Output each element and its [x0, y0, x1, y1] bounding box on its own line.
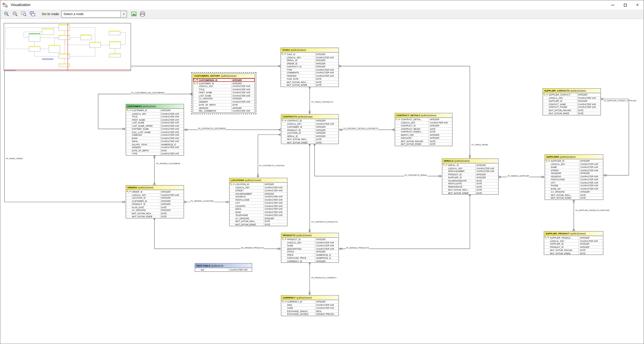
field-row[interactable]: LAST_NAME_UPPERCHARACTER VAR	[126, 124, 184, 127]
field-row[interactable]: ORDER_IDINTEGER	[281, 62, 339, 65]
table-node-supplier_contacts[interactable]: SUPPLIER_CONTACTS (public)(Subset)MSUPPL…	[543, 88, 601, 115]
field-row[interactable]: PLAN_DATEDATE	[126, 205, 184, 208]
field-row[interactable]: EMAILCHARACTER VAR	[230, 207, 287, 210]
field-row[interactable]: MUT_DATUM_INGA...DATE	[281, 80, 339, 83]
field-row[interactable]: LOGICAL_KEYCHARACTER VAR	[281, 56, 339, 59]
field-row[interactable]: PHONECHARACTER VAR	[545, 184, 603, 187]
field-row[interactable]: LOCATION_IDINTEGER	[281, 131, 338, 134]
field-row[interactable]: MCUSTOMER_IDINTEGER	[193, 81, 255, 84]
field-row[interactable]: INSTALLDATEDATE	[442, 182, 498, 185]
table-node-locations[interactable]: LOCATIONS (public)(Unused)MLOCATION_IDIN…	[229, 178, 288, 226]
field-row[interactable]: MUT_DATUM_INGA...DATE	[126, 212, 184, 215]
table-node-products[interactable]: PRODUCTS (public)(Subset)MPRODUCT_IDINTE…	[281, 233, 339, 263]
table-header[interactable]: SERIALS (public)(Subset)	[442, 159, 498, 163]
table-header[interactable]: CUSTOMERS_HISTORY (public)(Subset)	[193, 74, 255, 78]
field-row[interactable]: PRODUCT_IDINTEGER	[442, 173, 498, 176]
overview-toggle-button[interactable]	[28, 10, 36, 18]
maximize-button[interactable]	[619, 1, 631, 10]
field-row[interactable]: CUSTOMER_IDINTEGER	[126, 199, 184, 202]
field-row[interactable]: MSUPPLIER_IDINTEGER	[545, 159, 603, 162]
field-row[interactable]: FINISHEDCHARACTER VAR	[281, 74, 339, 77]
table-node-serials[interactable]: SERIALS (public)(Subset)MSERIAL_IDINTEGE…	[442, 158, 499, 195]
field-row[interactable]: MSERIAL_IDINTEGER	[442, 163, 498, 166]
field-row[interactable]: PRICENUMERIC(8, 2)	[281, 253, 338, 256]
field-row[interactable]: MCONTRACT_IDINTEGER	[281, 119, 338, 122]
field-row[interactable]: BANK_NOCHARACTER VAR	[545, 187, 603, 190]
field-row[interactable]: MLOCATION_IDINTEGER	[230, 183, 287, 186]
table-node-orders[interactable]: ORDERS (public)(Subset)MORDER_IDINTEGERL…	[126, 185, 184, 218]
field-row[interactable]: MTASK_IDINTEGER	[281, 53, 339, 56]
field-row[interactable]: COMPANYCHARACTER VAR	[126, 134, 184, 137]
field-row[interactable]: LOGICAL_KEYCHARACTER VAR	[442, 166, 498, 169]
relationship-line-fk_contracts_serial[interactable]	[315, 143, 442, 176]
field-row[interactable]: LAST_NAMECHARACTER VAR	[193, 94, 255, 97]
close-button[interactable]: ✕	[631, 1, 643, 10]
field-row[interactable]: REMOVEDATEDATE	[442, 185, 498, 188]
table-header[interactable]: CURRENCY (public)(Subset)	[281, 296, 338, 300]
field-row[interactable]: PURCHASE_PRICENUMERIC(8, 2)	[281, 256, 338, 259]
field-row[interactable]: LAST_NAMECHARACTER VAR	[126, 121, 184, 124]
field-row[interactable]: LOGICAL_KEYCHARACTER VAR	[126, 112, 184, 115]
table-node-customers[interactable]: CUSTOMERS (public)(Start)MCUSTOMER_IDINT…	[126, 104, 184, 155]
field-row[interactable]: HOUSENRINTEGER	[545, 171, 603, 175]
field-row[interactable]: BANKCHARACTER VAR	[230, 210, 287, 213]
field-row[interactable]: MUT_DATUM_INGANGDATE	[395, 139, 452, 142]
export-image-button[interactable]	[130, 10, 138, 18]
field-row[interactable]: CUSTOMER_IDINTEGER	[281, 125, 338, 128]
field-row[interactable]: MUT_DATUM_EINDEDATE	[545, 196, 603, 199]
node-select-combobox[interactable]: Select a node ▼	[61, 11, 127, 18]
field-row[interactable]: MUT_DATUM_EINDEDATE	[281, 83, 339, 86]
field-row[interactable]: LOGICAL_KEYCHARACTER VAR	[281, 122, 338, 125]
table-header[interactable]: PRODUCTS (public)(Subset)	[281, 233, 338, 238]
field-row[interactable]: DISCOUNTINTEGER	[395, 136, 452, 139]
zoom-selection-button[interactable]	[19, 10, 28, 18]
field-row[interactable]: MUT_DATUM_INGA...DATE	[545, 193, 603, 196]
field-row[interactable]: LOCATION_IDINTEGER	[126, 196, 184, 199]
field-row[interactable]: HOUSENUMBERINTEGER	[230, 192, 287, 195]
field-row[interactable]: LOGICAL_KEYCHARACTER VAR	[543, 96, 600, 99]
chevron-down-icon[interactable]: ▼	[120, 11, 127, 17]
field-row[interactable]: MUT_DATUM_INGANGDATE	[544, 248, 603, 251]
field-row[interactable]: CA_GROUPIDINTEGER	[193, 97, 255, 100]
field-row[interactable]: LOGICAL_KEYCHARACTER VAR	[230, 186, 287, 189]
field-row[interactable]: MORDER_IDINTEGER	[126, 190, 184, 193]
table-header[interactable]: LOCATIONS (public)(Unused)	[230, 178, 287, 183]
field-row[interactable]: CURRENCY_IDINTEGER	[281, 259, 338, 262]
table-header[interactable]: SUPPLIERS (public)(Subset)	[545, 155, 603, 159]
field-row[interactable]: LOGICAL_KEYCHARACTER VAR	[193, 84, 255, 88]
field-row[interactable]: SIGNCHARACTER VAR	[281, 303, 338, 306]
field-row[interactable]: SERIALNUMBERCHARACTER VAR	[442, 169, 498, 173]
field-row[interactable]: POSTALCODECHARACTER VAR	[230, 198, 287, 201]
field-row[interactable]: DESCRIPTIONCHARACTER VAR	[281, 247, 338, 250]
field-row[interactable]: STOCKINTEGER	[281, 250, 338, 253]
field-row[interactable]: PRODUCT_IDINTEGER	[126, 202, 184, 205]
field-row[interactable]: PRODUCT_IDINTEGER	[281, 128, 338, 131]
field-row[interactable]: NAMECHARACTER VAR	[545, 165, 603, 168]
field-row[interactable]: MUT_DATUM_EINDEDATE	[442, 191, 498, 194]
field-row[interactable]: MUT_DATUM_EINDEDATE	[543, 112, 600, 115]
field-row[interactable]: HOUSEADCHARACTER VAR	[230, 195, 287, 198]
field-row[interactable]: GENDERCHARACTER VAR	[126, 146, 184, 149]
field-row[interactable]: SUPPLIER_IDINTEGER	[543, 99, 600, 102]
field-row[interactable]: EXCHANGE_DOUBLEDOUBLE PRECISI...	[281, 312, 338, 315]
field-row[interactable]: PARTNER_NAMECHARACTER VAR	[126, 127, 184, 130]
field-row[interactable]: SUPPLIER_IDINTEGER	[544, 242, 603, 245]
relationship-line-fk_contracts_location[interactable]	[258, 135, 281, 178]
table-node-test-table[interactable]: TEST-TABLE (public)(Full)testCHARACTER V…	[195, 263, 252, 272]
field-row[interactable]: FULL_LAST_NAMECHARACTER VAR	[126, 130, 184, 133]
zoom-out-button[interactable]	[11, 10, 19, 18]
field-row[interactable]: EXCHANGE_SINGLEREAL	[281, 309, 338, 312]
table-header[interactable]: CUSTOMERS (public)(Start)	[126, 104, 184, 109]
table-header[interactable]: TASKS (public)(Subset)	[281, 48, 339, 53]
field-row[interactable]: TYPECHARACTER VAR	[126, 152, 184, 155]
field-row[interactable]: SERIAL_IDINTEGER	[281, 59, 339, 62]
field-row[interactable]: DATE_OF_BIRTHDATE	[193, 103, 255, 106]
table-node-contract_details[interactable]: CONTRACT_DETAILS (public)(Subset)MCONTRA…	[395, 113, 453, 146]
field-row[interactable]: TASK_DATEDATE	[281, 77, 339, 80]
field-row[interactable]: STREETCHARACTER VAR	[545, 168, 603, 171]
field-row[interactable]: MCURRENCY_IDINTEGER	[281, 300, 338, 303]
field-row[interactable]: LOGICAL_KEYCHARACTER VAR	[281, 241, 338, 244]
field-row[interactable]: CONTRACT_BEGINDATE	[395, 127, 452, 130]
table-node-supplier_product[interactable]: SUPPLIER_PRODUCT (public)(Subset)MSUPPLI…	[544, 231, 603, 255]
field-row[interactable]: testCHARACTER VAR	[195, 268, 252, 271]
